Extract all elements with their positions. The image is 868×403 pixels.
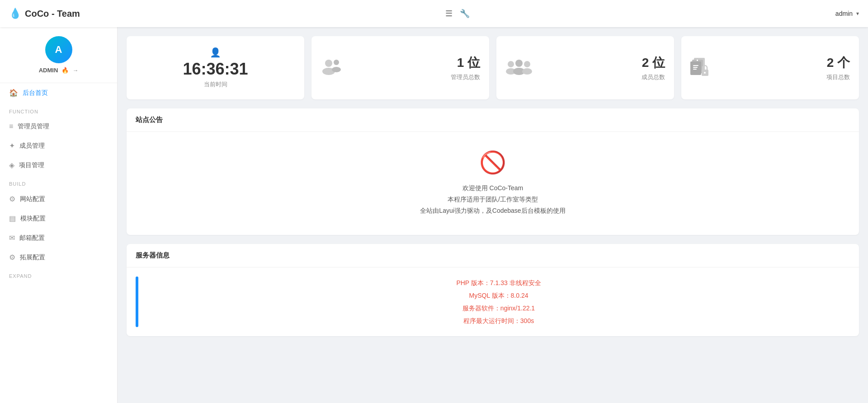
header: 💧 CoCo - Team ☰ 🔧 admin ▾ (0, 0, 868, 27)
profile-name: ADMIN (39, 67, 58, 74)
members-stat-icon (505, 58, 533, 78)
announcement-body: 🚫 欢迎使用 CoCo-Team 本程序适用于团队/工作室等类型 全站由Layu… (127, 132, 859, 235)
admin-label: admin (835, 10, 853, 17)
time-card: 👤 16:36:31 当前时间 (127, 36, 304, 99)
projects-card: 2 个 项目总数 (681, 36, 859, 99)
members-info: 2 位 成员总数 (642, 54, 665, 81)
announcement-text: 欢迎使用 CoCo-Team 本程序适用于团队/工作室等类型 全站由Layui强… (420, 183, 565, 217)
stats-row: 👤 16:36:31 当前时间 1 位 管理员总数 (127, 36, 859, 99)
svg-point-4 (508, 61, 514, 67)
list-icon: ≡ (9, 122, 13, 131)
server-item-maxtime: 程序最大运行时间：300s (147, 314, 850, 327)
header-user[interactable]: admin ▾ (835, 10, 859, 17)
sidebar-item-label: 邮箱配置 (19, 234, 45, 242)
server-card: 服务器信息 PHP 版本：7.1.33 非线程安全 MySQL 版本：8.0.2… (127, 244, 859, 336)
projects-value: 2 个 (826, 54, 850, 71)
admins-label: 管理员总数 (451, 73, 480, 81)
sidebar-item-extend-config[interactable]: ⚙ 拓展配置 (0, 248, 117, 267)
sidebar-item-label: 网站配置 (20, 195, 45, 203)
announcement-title: 站点公告 (127, 108, 859, 132)
svg-point-18 (704, 72, 706, 74)
project-icon: ◈ (9, 161, 14, 169)
module-icon: ▤ (9, 214, 16, 223)
svg-point-8 (524, 61, 530, 67)
sidebar-profile: A ADMIN 🔥 → (0, 27, 117, 83)
svg-point-2 (334, 60, 339, 65)
logo-icon: 💧 (9, 8, 21, 19)
announcement-card: 站点公告 🚫 欢迎使用 CoCo-Team 本程序适用于团队/工作室等类型 全站… (127, 108, 859, 235)
home-icon: 🏠 (9, 89, 18, 97)
menu-icon[interactable]: ☰ (445, 9, 453, 19)
members-card: 2 位 成员总数 (496, 36, 674, 99)
time-value: 16:36:31 (183, 60, 248, 79)
expand-section-label: EXPAND (0, 267, 117, 281)
svg-rect-12 (690, 61, 701, 75)
server-body: PHP 版本：7.1.33 非线程安全 MySQL 版本：8.0.24 服务器软… (127, 267, 859, 336)
build-section-label: BUILD (0, 175, 117, 189)
svg-rect-13 (697, 60, 698, 61)
admins-card: 1 位 管理员总数 (311, 36, 489, 99)
chevron-down-icon: ▾ (856, 10, 859, 17)
projects-stat-icon (690, 57, 708, 79)
svg-point-0 (325, 60, 332, 67)
function-section-label: FUNCTION (0, 103, 117, 117)
sidebar: A ADMIN 🔥 → 🏠 后台首页 FUNCTION ≡ 管理员管理 ✦ 成员… (0, 27, 118, 403)
svg-rect-16 (693, 69, 697, 70)
member-icon: ✦ (9, 141, 15, 150)
main-content: 👤 16:36:31 当前时间 1 位 管理员总数 (118, 27, 868, 403)
fire-icon: 🔥 (61, 67, 69, 74)
server-item-php: PHP 版本：7.1.33 非线程安全 (147, 276, 850, 289)
gear-icon: ⚙ (9, 195, 15, 203)
avatar: A (45, 36, 72, 63)
sidebar-item-admin-manage[interactable]: ≡ 管理员管理 (0, 117, 117, 136)
layout: A ADMIN 🔥 → 🏠 后台首页 FUNCTION ≡ 管理员管理 ✦ 成员… (0, 27, 868, 403)
server-title: 服务器信息 (127, 244, 859, 267)
sidebar-item-label: 模块配置 (20, 215, 46, 223)
admin-stat-icon (321, 57, 343, 79)
header-left: 💧 CoCo - Team (9, 8, 80, 19)
logout-icon[interactable]: → (72, 67, 78, 74)
server-bar-decoration (136, 276, 138, 327)
admins-value: 1 位 (451, 54, 480, 71)
sidebar-item-email-config[interactable]: ✉ 邮箱配置 (0, 228, 117, 248)
admins-info: 1 位 管理员总数 (451, 54, 480, 81)
wrench-icon[interactable]: 🔧 (460, 9, 470, 19)
time-label: 当前时间 (204, 80, 227, 89)
sidebar-item-site-config[interactable]: ⚙ 网站配置 (0, 189, 117, 209)
sidebar-item-label: 成员管理 (19, 142, 45, 150)
sidebar-item-module-config[interactable]: ▤ 模块配置 (0, 209, 117, 228)
sidebar-item-label: 拓展配置 (20, 253, 45, 262)
server-item-software: 服务器软件：nginx/1.22.1 (147, 302, 850, 314)
server-item-mysql: MySQL 版本：8.0.24 (147, 289, 850, 302)
svg-point-3 (332, 67, 341, 72)
svg-rect-15 (693, 67, 698, 68)
email-icon: ✉ (9, 234, 15, 242)
sidebar-item-label: 项目管理 (19, 161, 44, 169)
extend-icon: ⚙ (9, 253, 15, 262)
svg-point-6 (515, 60, 523, 67)
members-value: 2 位 (642, 54, 665, 71)
svg-point-9 (522, 68, 532, 75)
sidebar-item-home[interactable]: 🏠 后台首页 (0, 83, 117, 103)
sidebar-item-label: 管理员管理 (18, 122, 49, 131)
header-tools: ☰ 🔧 (445, 9, 470, 19)
projects-label: 项目总数 (826, 73, 850, 81)
sidebar-item-project-manage[interactable]: ◈ 项目管理 (0, 155, 117, 175)
server-details: PHP 版本：7.1.33 非线程安全 MySQL 版本：8.0.24 服务器软… (147, 276, 850, 327)
members-label: 成员总数 (642, 73, 665, 81)
clock-icon: 👤 (210, 47, 221, 58)
svg-rect-14 (693, 65, 698, 66)
sidebar-item-label: 后台首页 (23, 89, 48, 97)
profile-row: ADMIN 🔥 → (39, 67, 79, 74)
logo-text: CoCo - Team (25, 9, 80, 19)
no-entry-icon: 🚫 (479, 150, 506, 175)
sidebar-item-member-manage[interactable]: ✦ 成员管理 (0, 136, 117, 155)
projects-info: 2 个 项目总数 (826, 54, 850, 81)
